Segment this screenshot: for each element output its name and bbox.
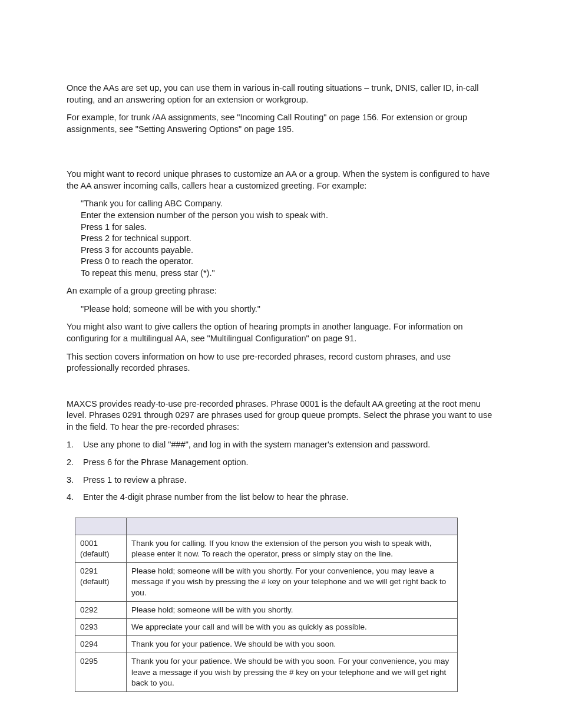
step-item: Use any phone to dial "###", and log in … <box>67 439 495 451</box>
section-spacer <box>67 141 495 169</box>
phrase-table: 0001 (default) Thank you for calling. If… <box>75 518 458 692</box>
phrase-text-cell: Thank you for your patience. We should b… <box>127 636 458 653</box>
step-text: Enter the 4-digit phrase number from the… <box>83 492 349 502</box>
step-text: Use any phone to dial "###", and log in … <box>83 440 430 449</box>
steps-list: Use any phone to dial "###", and log in … <box>67 439 495 503</box>
example-line: Press 2 for technical support. <box>81 233 495 245</box>
table-row: 0001 (default) Thank you for calling. If… <box>75 535 458 562</box>
phrase-number-cell: 0294 <box>75 636 127 653</box>
table-row: 0294 Thank you for your patience. We sho… <box>75 636 458 653</box>
table-header-num <box>75 518 127 535</box>
example-line: "Please hold; someone will be with you s… <box>81 304 495 315</box>
intro-para-2: For example, for trunk /AA assignments, … <box>67 112 495 135</box>
phrase-table-wrap: 0001 (default) Thank you for calling. If… <box>75 518 495 692</box>
example-line: Press 0 to reach the operator. <box>81 256 495 268</box>
phrase-text-cell: Thank you for calling. If you know the e… <box>127 535 458 562</box>
intro-para-1: Once the AAs are set up, you can use the… <box>67 83 495 106</box>
example-line: Enter the extension number of the person… <box>81 210 495 222</box>
phrase-mgmt-para-1: You might want to record unique phrases … <box>67 169 495 192</box>
example-line: "Thank you for calling ABC Company. <box>81 198 495 210</box>
step-item: Press 1 to review a phrase. <box>67 475 495 486</box>
phrase-number-cell: 0001 (default) <box>75 535 127 562</box>
table-row: 0293 We appreciate your call and will be… <box>75 618 458 635</box>
phrase-mgmt-para-2: An example of a group greeting phrase: <box>67 285 495 297</box>
phrase-number-cell: 0293 <box>75 618 127 635</box>
phrase-mgmt-para-3: You might also want to give callers the … <box>67 321 495 344</box>
phrase-mgmt-para-4: This section covers information on how t… <box>67 351 495 374</box>
phrase-text-cell: Please hold; someone will be with you sh… <box>127 563 458 602</box>
phrase-number-cell: 0291 (default) <box>75 563 127 602</box>
example-line: To repeat this menu, press star (*)." <box>81 268 495 279</box>
example-block-2: "Please hold; someone will be with you s… <box>81 304 495 315</box>
section-spacer <box>67 381 495 398</box>
table-header-text <box>127 518 458 535</box>
phrase-number-cell: 0295 <box>75 653 127 692</box>
example-block-1: "Thank you for calling ABC Company. Ente… <box>81 198 495 279</box>
step-text: Press 6 for the Phrase Management option… <box>83 457 249 467</box>
example-line: Press 3 for accounts payable. <box>81 245 495 256</box>
table-row: 0291 (default) Please hold; someone will… <box>75 563 458 602</box>
table-row: 0292 Please hold; someone will be with y… <box>75 601 458 618</box>
phrase-text-b: or simply stay on the line. <box>303 549 393 558</box>
prerecorded-para-1: MAXCS provides ready-to-use pre-recorded… <box>67 398 495 433</box>
step-text: Press 1 to review a phrase. <box>83 475 187 485</box>
phrase-text-cell: We appreciate your call and will be with… <box>127 618 458 635</box>
step-item: Enter the 4-digit phrase number from the… <box>67 492 495 503</box>
table-header-row <box>75 518 458 535</box>
phrase-text-cell: Please hold; someone will be with you sh… <box>127 601 458 618</box>
prerecorded-text-b: field. To hear the pre-recorded phrases: <box>90 422 240 431</box>
phrase-text-cell: Thank you for your patience. We should b… <box>127 653 458 692</box>
example-line: Press 1 for sales. <box>81 222 495 233</box>
table-row: 0295 Thank you for your patience. We sho… <box>75 653 458 692</box>
document-page: Once the AAs are set up, you can use the… <box>0 0 562 727</box>
phrase-number-cell: 0292 <box>75 601 127 618</box>
step-item: Press 6 for the Phrase Management option… <box>67 457 495 469</box>
